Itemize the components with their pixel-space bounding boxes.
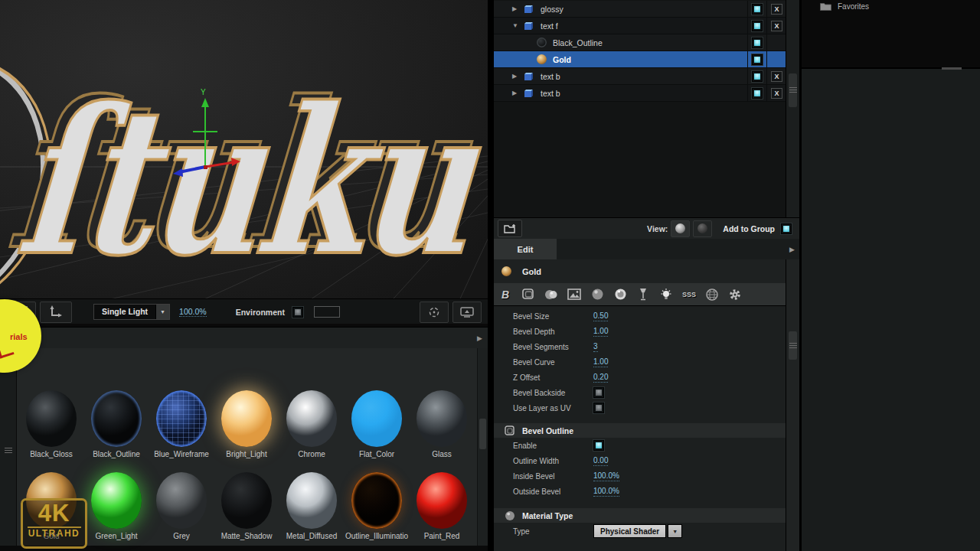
expand-arrow-icon[interactable]: ▶	[512, 90, 523, 96]
extruded-text: ſtuku ſtuku	[0, 57, 488, 298]
environment-swatch[interactable]	[314, 306, 340, 318]
advanced-settings-gear-icon[interactable]	[724, 286, 746, 303]
material-preset[interactable]: Glass	[411, 390, 472, 458]
property-value[interactable]: 100.0%	[593, 487, 619, 497]
visibility-checkbox[interactable]	[752, 21, 763, 31]
panel-expand-arrow-icon[interactable]: ▶	[789, 246, 795, 253]
scrollbar-thumb[interactable]	[479, 419, 486, 449]
material-preset[interactable]: Outline_Illuminatio	[346, 472, 407, 540]
material-preset[interactable]: Metal_Diffused	[281, 472, 342, 540]
property-value[interactable]: 0.00	[593, 456, 608, 466]
create-group-button[interactable]	[498, 220, 522, 237]
scene-group-row[interactable]: ▶ text b X	[494, 85, 786, 102]
preview-brightness-value[interactable]: 100.0%	[179, 307, 207, 317]
edit-scrollbar[interactable]	[786, 259, 799, 551]
fullscreen-preview-button[interactable]	[452, 302, 482, 323]
material-preset[interactable]: Flat_Color	[346, 390, 407, 458]
environment-checkbox[interactable]	[292, 307, 303, 318]
material-sphere[interactable]	[221, 472, 272, 529]
view-textured-button[interactable]	[693, 220, 712, 237]
material-sphere[interactable]	[91, 472, 142, 529]
expand-arrow-icon[interactable]: ▶	[512, 5, 523, 12]
view-shaded-button[interactable]	[671, 220, 690, 237]
chevron-down-icon[interactable]: ▼	[668, 524, 682, 538]
panel-expand-arrow-icon[interactable]: ▶	[477, 334, 482, 342]
scene-scrollbar[interactable]	[786, 0, 799, 217]
bevel-outline-section-icon[interactable]	[517, 286, 540, 303]
material-sphere[interactable]	[416, 472, 467, 529]
visibility-checkbox[interactable]	[752, 71, 763, 82]
visibility-checkbox[interactable]	[752, 4, 763, 15]
property-value[interactable]: 1.00	[593, 357, 608, 367]
scene-group-row[interactable]: ▶ text b X	[494, 68, 786, 85]
add-to-group-checkbox[interactable]	[781, 223, 792, 234]
collapse-arrow-icon[interactable]: ▼	[512, 22, 523, 29]
material-sphere[interactable]	[156, 390, 207, 447]
material-preset[interactable]: Chrome	[281, 390, 342, 458]
center-view-button[interactable]	[420, 302, 449, 323]
presets-side-strip[interactable]	[0, 348, 17, 546]
visibility-checkbox[interactable]	[752, 37, 763, 48]
material-preset[interactable]: Black_Gloss	[21, 390, 82, 458]
material-preset[interactable]: Green_Light	[86, 472, 147, 540]
material-preset[interactable]: Blue_Wireframe	[151, 390, 212, 458]
delete-button[interactable]: X	[771, 21, 782, 31]
property-value[interactable]: 1.00	[593, 327, 608, 337]
scene-material-row-selected[interactable]: Gold	[494, 51, 786, 68]
scrollbar-thumb[interactable]	[789, 331, 797, 360]
expand-arrow-icon[interactable]: ▶	[512, 73, 523, 80]
material-sphere[interactable]	[26, 390, 77, 447]
transparency-section-icon[interactable]	[632, 286, 655, 303]
gizmo-toggle-button[interactable]	[40, 302, 72, 323]
material-preset[interactable]: Matte_Shadow	[216, 472, 277, 540]
environment-section-icon[interactable]	[701, 286, 724, 303]
material-sphere[interactable]	[286, 472, 337, 529]
property-value[interactable]: 3	[593, 342, 598, 352]
visibility-checkbox[interactable]	[752, 88, 763, 99]
property-value[interactable]: 0.50	[593, 311, 608, 321]
preview-light-select[interactable]: Single Light ▼	[93, 304, 170, 320]
bevel-section-icon[interactable]: B	[494, 286, 517, 303]
illumination-section-icon[interactable]	[655, 286, 678, 303]
material-preset[interactable]: Grey	[151, 472, 212, 540]
property-value[interactable]: 100.0%	[593, 471, 619, 481]
material-preset[interactable]: Black_Outline	[86, 390, 147, 458]
scene-group-row[interactable]: ▼ text f X	[494, 18, 786, 34]
scene-material-row[interactable]: Black_Outline	[494, 34, 786, 51]
drag-grip-icon[interactable]	[5, 448, 12, 454]
property-value[interactable]: 0.20	[593, 373, 608, 383]
material-sphere[interactable]	[286, 390, 337, 447]
delete-button[interactable]: X	[771, 88, 782, 99]
axis-y-label: Y	[201, 88, 206, 96]
section-header-bevel-outline[interactable]: Bevel Outline	[494, 423, 786, 438]
reflection-section-icon[interactable]	[609, 286, 632, 303]
texture-section-icon[interactable]	[563, 286, 586, 303]
section-header-material-type[interactable]: Material Type	[494, 508, 786, 523]
material-sphere[interactable]	[221, 390, 272, 447]
specular-section-icon[interactable]	[586, 286, 609, 303]
material-sphere[interactable]	[351, 472, 402, 529]
material-sphere[interactable]	[351, 390, 402, 447]
material-preset[interactable]: Bright_Light	[216, 390, 277, 458]
panel-resize-grip[interactable]	[942, 67, 962, 70]
outline-enable-checkbox[interactable]	[593, 440, 604, 451]
delete-button[interactable]: X	[771, 71, 782, 82]
material-sphere[interactable]	[416, 390, 467, 447]
scene-group-row[interactable]: ▶ glossy X	[494, 1, 786, 18]
use-layer-as-uv-checkbox[interactable]	[593, 403, 604, 413]
material-preset[interactable]: Paint_Red	[411, 472, 472, 540]
subsurface-section-icon[interactable]: SSS	[678, 286, 701, 303]
presets-scrollbar[interactable]	[477, 348, 488, 546]
scrollbar-thumb[interactable]	[789, 73, 797, 107]
material-sphere[interactable]	[91, 390, 142, 447]
favorites-folder-item[interactable]: Favorites	[820, 2, 980, 11]
visibility-checkbox[interactable]	[752, 54, 763, 65]
delete-button[interactable]: X	[771, 4, 782, 15]
material-sphere[interactable]	[156, 472, 207, 529]
tab-edit[interactable]: Edit	[494, 239, 557, 259]
diffuse-section-icon[interactable]	[540, 286, 563, 303]
bevel-backside-checkbox[interactable]	[593, 387, 604, 398]
material-presets-header[interactable]: ▶	[0, 327, 488, 349]
material-type-select[interactable]: Physical Shader	[593, 524, 666, 538]
viewport-3d[interactable]: ſtuku ſtuku Y	[0, 0, 488, 298]
